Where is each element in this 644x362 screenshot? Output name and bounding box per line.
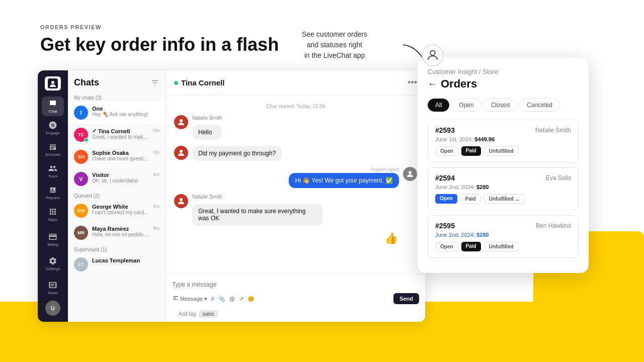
sidebar-item-engage[interactable]: Engage — [42, 118, 64, 138]
sales-tag[interactable]: sales — [199, 310, 217, 318]
chat-item-tina[interactable]: TC ✓ Tina Cornell Great, I wanted to mak… — [68, 124, 166, 146]
chat-time-maya: 8m — [153, 226, 159, 231]
insight-title-text: Orders — [441, 77, 477, 90]
chat-list-items: My chats (3) I One Hey 🌯 Ask me anything… — [68, 92, 166, 322]
chat-item-george[interactable]: GW George White I can't connect my card.… — [68, 200, 166, 222]
chat-avatar-george: GW — [74, 204, 88, 218]
order-id-2593: #2593 — [435, 126, 455, 134]
order-date-2595: June 2nd, 2024; $280 — [435, 232, 571, 238]
sidebar-label-chat: Chat — [49, 109, 57, 114]
msg-group-payment: Did my payment go through? — [174, 146, 417, 161]
sidebar-item-team[interactable]: Team — [42, 161, 64, 181]
chat-name-one: One — [92, 106, 159, 112]
msg-sender-natalie-2: Natalie Smith — [192, 194, 323, 200]
natalie-avatar-3 — [174, 194, 188, 208]
chat-name-maya: Maya Ramirez — [92, 226, 149, 232]
order-customer-2593: Natalie Smith — [535, 127, 571, 134]
order-tabs: All Open Closed Canceled — [428, 99, 579, 112]
filter-icon[interactable] — [150, 78, 159, 87]
header-area: ORDERS PREVIEW Get key order info in a f… — [40, 24, 279, 55]
sidebar-item-news[interactable]: News — [42, 277, 64, 299]
chat-list-panel: Chats My chats (3) I One Hey 🌯 Ask me an… — [68, 70, 166, 322]
order-customer-2595: Ben Hawkins — [536, 222, 571, 229]
chat-name-tina: ✓ Tina Cornell — [92, 128, 148, 134]
msg-group-great: Natalie Smith Great, I wanted to make su… — [174, 194, 417, 226]
my-chats-label: My chats (3) — [68, 92, 166, 102]
chat-item-maya[interactable]: MR Maya Ramirez Hola, no veo mi pedido e… — [68, 222, 166, 244]
tina-status-dot — [84, 138, 89, 142]
msg-content-great: Natalie Smith Great, I wanted to make su… — [192, 194, 323, 226]
insight-card: Customer Insight / Store ← Orders All Op… — [418, 58, 589, 273]
orders-preview-label: ORDERS PREVIEW — [40, 24, 279, 30]
chat-info-one: One Hey 🌯 Ask me anything! — [92, 106, 159, 117]
tab-open[interactable]: Open — [451, 99, 481, 112]
chat-input-toolbar: Message ▾ # 📎 @ ↗ 😊 Send — [172, 293, 419, 304]
order-card-2594[interactable]: #2594 Eva Solis June 2nd, 2024; $280 Ope… — [428, 167, 579, 210]
tab-closed[interactable]: Closed — [484, 99, 517, 112]
tab-canceled[interactable]: Canceled — [519, 99, 560, 112]
chat-item-lucas[interactable]: LT Lucas Templeman — [68, 253, 166, 276]
chat-info-tina: ✓ Tina Cornell Great, I wanted to make s… — [92, 128, 148, 140]
badge-open-2595: Open — [435, 242, 458, 251]
sidebar-label-archives: Archives — [45, 152, 61, 157]
chat-more-options[interactable]: ••• — [408, 77, 417, 88]
hashtag-btn[interactable]: # — [211, 296, 214, 302]
chat-preview-tina: Great, I wanted to make sure ever... — [92, 134, 148, 140]
message-type-btn[interactable]: Message ▾ — [172, 295, 207, 302]
svg-point-9 — [180, 198, 183, 201]
chat-info-lucas: Lucas Templeman — [92, 257, 159, 263]
chat-avatar-sophie: SO — [74, 150, 88, 164]
sidebar-item-archives[interactable]: Archives — [42, 140, 64, 159]
chat-item-sophie[interactable]: SO Sophie Osaka I have one more question… — [68, 146, 166, 168]
add-tag-button[interactable]: Add tag — [172, 311, 196, 317]
msg-group-support: Support Agent Hi 👋 Yes! We got your paym… — [174, 167, 417, 188]
tab-all[interactable]: All — [428, 99, 449, 112]
avatar-icon-wrapper — [422, 44, 444, 66]
tag-area: Add tag sales — [166, 308, 425, 322]
order-date-2594: June 2nd, 2024; $280 — [435, 184, 571, 190]
sidebar-item-billing[interactable]: Billing — [42, 228, 64, 250]
sidebar-item-chat[interactable]: Chat — [42, 97, 64, 116]
msg-sender-natalie-1: Natalie Smith — [192, 115, 222, 121]
order-badges-2594: Open Paid Unfulfilled … — [435, 194, 571, 204]
chat-preview-george: I can't connect my card... — [92, 210, 149, 215]
chat-preview-visitor: Oh, ok. I understand — [92, 178, 149, 184]
attachment-btn[interactable]: 📎 — [218, 296, 225, 302]
order-card-2593[interactable]: #2593 Natalie Smith June 1st, 2024; $449… — [428, 120, 579, 162]
chat-item-one[interactable]: I One Hey 🌯 Ask me anything! — [68, 102, 166, 124]
supervised-label: Supervised (1) — [68, 244, 166, 253]
sidebar-label-news: News — [48, 291, 58, 295]
chat-system-message: Chat started: Today, 10:38 — [174, 104, 417, 109]
sidebar: Chat Engage Archives Team Reports Apps — [38, 70, 68, 322]
chat-time-visitor: 4m — [153, 172, 159, 177]
chat-header: Tina Cornell ••• — [166, 70, 425, 96]
badge-paid-2594: Paid — [460, 194, 481, 204]
order-badges-2593: Open Paid Unfulfilled — [435, 146, 571, 156]
badge-paid-2593: Paid — [461, 146, 481, 156]
chat-input-area: Message ▾ # 📎 @ ↗ 😊 Send — [166, 274, 425, 308]
annotation-text: See customer ordersand statuses rightin … — [302, 30, 367, 59]
order-header-2593: #2593 Natalie Smith — [435, 126, 571, 134]
emoji-msg-wrapper: 👍 — [174, 232, 417, 245]
mention-btn[interactable]: @ — [229, 296, 235, 302]
code-btn[interactable]: ↗ — [239, 296, 244, 302]
sidebar-item-reports[interactable]: Reports — [42, 183, 64, 203]
chat-item-visitor[interactable]: V Visitor Oh, ok. I understand 4m — [68, 168, 166, 190]
send-button[interactable]: Send — [393, 293, 419, 304]
emoji-btn[interactable]: 😊 — [248, 296, 255, 302]
ui-container: Chat Engage Archives Team Reports Apps — [38, 70, 425, 322]
sidebar-item-settings[interactable]: Settings — [42, 252, 64, 275]
badge-unfulfilled-2594: Unfulfilled … — [484, 194, 525, 204]
sidebar-item-apps[interactable]: Apps — [42, 205, 64, 224]
order-card-2595[interactable]: #2595 Ben Hawkins June 2nd, 2024; $280 O… — [428, 215, 579, 258]
chat-info-george: George White I can't connect my card... — [92, 204, 149, 215]
chat-avatar-visitor: V — [74, 172, 88, 186]
sidebar-user-avatar[interactable]: U — [45, 301, 60, 316]
chat-input[interactable] — [172, 278, 419, 291]
badge-open-2593: Open — [435, 146, 458, 156]
back-arrow-button[interactable]: ← — [428, 79, 437, 89]
online-dot — [174, 81, 178, 85]
chat-info-visitor: Visitor Oh, ok. I understand — [92, 172, 149, 184]
svg-point-2 — [51, 81, 54, 84]
chat-header-name: Tina Cornell — [174, 78, 224, 87]
